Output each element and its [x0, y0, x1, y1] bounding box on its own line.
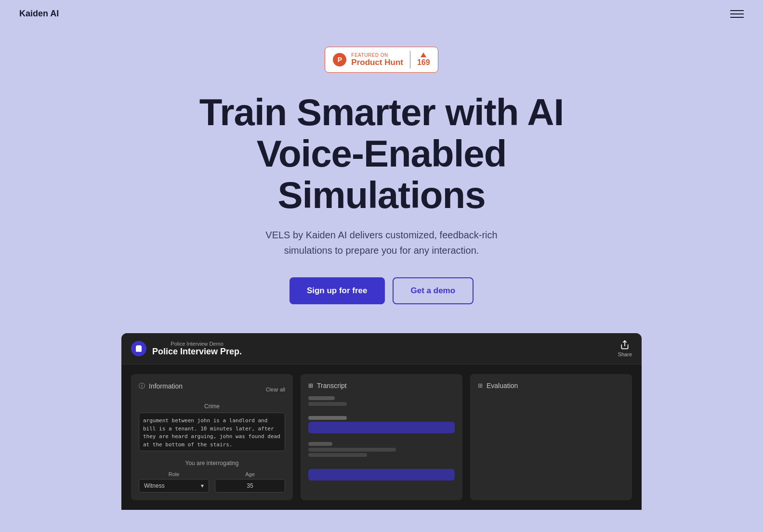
msg-block-3 [308, 442, 455, 458]
share-button[interactable]: Share [618, 340, 632, 357]
share-icon [620, 340, 630, 350]
transcript-icon: ⊞ [308, 382, 313, 389]
demo-topbar-subtitle: Police Interview Demo [152, 341, 242, 347]
ph-triangle-icon [421, 52, 426, 57]
ph-text-block: FEATURED ON Product Hunt [351, 52, 403, 67]
transcript-panel: ⊞ Transcript [301, 374, 462, 500]
age-field-group: Age 35 [215, 471, 285, 493]
ph-vote-count: 169 [417, 58, 430, 67]
role-label: Role [139, 471, 209, 477]
demo-container: Police Interview Demo Police Interview P… [121, 333, 642, 510]
demo-topbar: Police Interview Demo Police Interview P… [121, 333, 642, 364]
hamburger-line-1 [730, 10, 744, 11]
evaluation-icon: ⊞ [478, 382, 483, 389]
info-icon: ⓘ [139, 382, 145, 390]
clear-all-button[interactable]: Clear all [266, 387, 285, 392]
ph-name: Product Hunt [351, 58, 403, 67]
ph-logo: P [333, 53, 346, 66]
msg-block-1 [308, 396, 455, 407]
demo-topbar-left: Police Interview Demo Police Interview P… [131, 341, 242, 357]
role-select[interactable]: Witness ▾ [139, 479, 209, 493]
evaluation-panel-header: ⊞ Evaluation [478, 382, 624, 389]
age-value: 35 [247, 482, 253, 489]
age-label: Age [215, 471, 285, 477]
info-label: Information [149, 382, 183, 390]
role-value: Witness [144, 482, 165, 489]
role-age-row: Role Witness ▾ Age 35 [139, 471, 285, 493]
msg-line-3a [308, 448, 396, 452]
transcript-messages [308, 396, 455, 484]
crime-textarea[interactable] [139, 413, 285, 451]
product-hunt-badge[interactable]: P FEATURED ON Product Hunt 169 [325, 47, 438, 73]
hero-title-line2: Voice-Enabled Simulations [257, 132, 507, 216]
hero-title: Train Smarter with AI Voice-Enabled Simu… [165, 92, 598, 216]
ph-divider [410, 51, 410, 68]
msg-highlight-1 [308, 422, 455, 433]
hamburger-line-2 [730, 13, 744, 14]
age-input[interactable]: 35 [215, 479, 285, 493]
crime-label: Crime [139, 403, 285, 410]
hamburger-line-3 [730, 17, 744, 18]
hamburger-menu[interactable] [730, 10, 744, 18]
hero-section: P FEATURED ON Product Hunt 169 Train Sma… [0, 27, 763, 510]
nav-logo: Kaiden AI [19, 9, 59, 19]
msg-highlight-2 [308, 469, 455, 480]
demo-app-icon [131, 341, 146, 356]
role-chevron-icon: ▾ [201, 482, 204, 489]
evaluation-panel: ⊞ Evaluation [470, 374, 632, 500]
role-field-group: Role Witness ▾ [139, 471, 209, 493]
hero-title-line1: Train Smarter with AI [199, 91, 564, 133]
hero-subtitle: VELS by Kaiden AI delivers customized, f… [247, 227, 516, 258]
ph-votes: 169 [417, 52, 430, 67]
demo-content: ⓘ Information Clear all Crime You are in… [121, 364, 642, 510]
transcript-panel-header: ⊞ Transcript [308, 382, 455, 389]
msg-label-3 [308, 442, 332, 446]
msg-block-2 [308, 416, 455, 433]
evaluation-label: Evaluation [487, 382, 518, 389]
transcript-label: Transcript [317, 382, 347, 389]
cta-buttons: Sign up for free Get a demo [289, 277, 474, 304]
shopping-bag-icon [135, 345, 143, 352]
msg-line-3b [308, 453, 367, 457]
signup-button[interactable]: Sign up for free [289, 277, 385, 304]
demo-topbar-titles: Police Interview Demo Police Interview P… [152, 341, 242, 357]
interrogating-label: You are interrogating [139, 460, 285, 467]
ph-featured-label: FEATURED ON [351, 52, 388, 58]
demo-button[interactable]: Get a demo [393, 277, 474, 304]
msg-label-1 [308, 396, 335, 400]
share-label: Share [618, 351, 632, 357]
info-panel-header: ⓘ Information Clear all [139, 382, 285, 397]
msg-label-2 [308, 416, 347, 420]
info-panel: ⓘ Information Clear all Crime You are in… [131, 374, 293, 500]
info-panel-title: ⓘ Information [139, 382, 183, 390]
crime-scroll-wrapper [139, 413, 285, 460]
msg-block-4 [308, 467, 455, 480]
msg-line-1a [308, 402, 347, 406]
navbar: Kaiden AI [0, 0, 763, 27]
demo-topbar-title: Police Interview Prep. [152, 347, 242, 357]
